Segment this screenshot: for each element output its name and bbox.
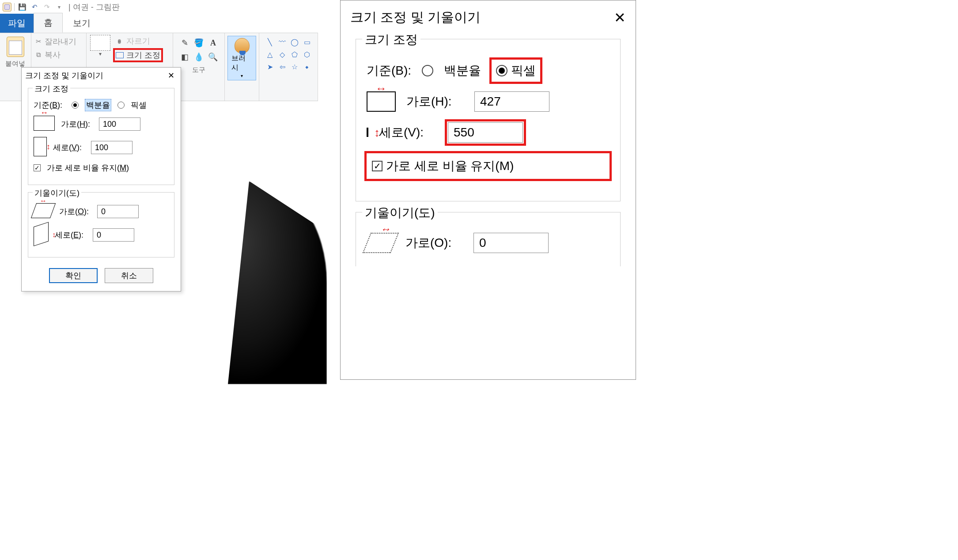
- basis-label-large: 기준(B):: [367, 62, 411, 79]
- shape-arrowr-icon[interactable]: ➤: [265, 61, 275, 72]
- vlabel-large: 세로(V):: [379, 124, 436, 141]
- vertical-input-large[interactable]: [448, 122, 523, 143]
- skew-hlabel: 가로(O):: [59, 206, 91, 217]
- ribbon-tabs: 파일 홈 보기: [0, 14, 318, 33]
- dialog-title: 크기 조정 및 기울이기: [25, 70, 103, 81]
- vertical-icon-large: [367, 128, 368, 137]
- radio-pixel-large[interactable]: [496, 65, 507, 76]
- separator: [14, 3, 15, 11]
- resize-legend-large: 크기 조정: [362, 31, 420, 48]
- crop-button[interactable]: ⧯자르기: [114, 35, 162, 47]
- radio-percent[interactable]: [72, 102, 79, 109]
- copy-icon: ⧉: [35, 51, 43, 59]
- brush-button[interactable]: 브러시 ▾: [227, 36, 256, 80]
- tab-home[interactable]: 홈: [34, 13, 63, 33]
- resize-skew-dialog-large: 크기 조정 및 기울이기 ✕ 크기 조정 기준(B): 백분율 픽셀 가로(H)…: [340, 0, 636, 380]
- shape-star-icon[interactable]: ☆: [289, 61, 300, 72]
- resize-fieldset-large: 크기 조정 기준(B): 백분율 픽셀 가로(H): ↕: [356, 39, 621, 201]
- radio-pixel-label-large[interactable]: 픽셀: [511, 62, 536, 79]
- resize-button[interactable]: 크기 조정: [114, 49, 162, 61]
- horizontal-input-large[interactable]: [474, 91, 549, 112]
- eraser-icon[interactable]: ◧: [178, 51, 191, 63]
- pencil-icon[interactable]: ✎: [178, 37, 191, 49]
- shape-hexagon-icon[interactable]: ⬡: [302, 49, 312, 60]
- resize-legend: 크기 조정: [33, 83, 70, 94]
- radio-percent-label-large[interactable]: 백분율: [444, 62, 481, 79]
- shape-arrowl-icon[interactable]: ⇦: [277, 61, 288, 72]
- skew-h-input-large[interactable]: [473, 233, 549, 253]
- skew-v-icon: [34, 222, 49, 246]
- horizontal-input[interactable]: [99, 117, 140, 131]
- window-title: | 여권 - 그림판: [68, 2, 120, 12]
- shape-triangle-icon[interactable]: △: [265, 49, 275, 60]
- copy-button[interactable]: ⧉복사: [35, 48, 83, 61]
- shape-pentagon-icon[interactable]: ⬠: [289, 49, 300, 60]
- horizontal-icon: [34, 116, 55, 131]
- skew-v-input[interactable]: [93, 228, 134, 242]
- tools-label: 도구: [177, 65, 221, 74]
- radio-percent-large[interactable]: [422, 65, 433, 76]
- skew-fieldset-large: 기울이기(도) 가로(O):: [356, 212, 621, 266]
- dialog-title-large: 크기 조정 및 기울이기: [350, 8, 481, 26]
- save-icon[interactable]: 💾: [17, 2, 27, 12]
- skew-h-icon: [31, 203, 56, 218]
- resize-fieldset: 크기 조정 기준(B): 백분율 픽셀 가로(H): 세로(V):: [28, 88, 174, 185]
- vlabel: 세로(V):: [53, 142, 85, 153]
- pixel-highlight-box: 픽셀: [492, 60, 540, 82]
- basis-label: 기준(B):: [34, 100, 65, 110]
- shape-rect-icon[interactable]: ▭: [302, 37, 312, 47]
- shape-oval-icon[interactable]: ◯: [289, 37, 300, 47]
- fill-icon[interactable]: 🪣: [193, 37, 205, 49]
- scissors-icon: ✂: [35, 38, 43, 45]
- horizontal-icon-large: [367, 91, 396, 112]
- resize-skew-dialog-small: 크기 조정 및 기울이기 ✕ 크기 조정 기준(B): 백분율 픽셀 가로(H)…: [21, 67, 181, 291]
- canvas-image: [186, 181, 327, 384]
- vval-highlight-box: [447, 121, 524, 144]
- redo-icon[interactable]: ↷: [42, 2, 52, 12]
- brush-icon: [235, 38, 250, 53]
- skew-h-input[interactable]: [97, 205, 139, 218]
- shape-line-icon[interactable]: ╲: [265, 37, 275, 47]
- aspect-checkbox[interactable]: [34, 164, 41, 171]
- ribbon-group-brush: 브러시 ▾: [225, 33, 259, 101]
- hlabel: 가로(H):: [61, 119, 93, 129]
- radio-pixel-label[interactable]: 픽셀: [131, 100, 147, 110]
- aspect-label-large: 가로 세로 비율 유지(M): [386, 158, 514, 174]
- paste-icon[interactable]: [7, 37, 24, 57]
- aspect-label: 가로 세로 비율 유지(M): [47, 163, 129, 173]
- ok-button[interactable]: 확인: [49, 268, 98, 283]
- select-drop[interactable]: ▾: [99, 51, 102, 57]
- aspect-checkbox-large[interactable]: [372, 161, 382, 171]
- shape-callout-icon[interactable]: ⬥: [302, 61, 312, 72]
- select-icon[interactable]: [90, 35, 110, 51]
- hlabel-large: 가로(H):: [406, 93, 464, 110]
- cancel-button[interactable]: 취소: [105, 268, 153, 283]
- eyedropper-icon[interactable]: 💧: [193, 51, 205, 63]
- radio-pixel[interactable]: [117, 102, 125, 109]
- skew-hlabel-large: 가로(O):: [405, 235, 463, 251]
- skew-h-icon-large: [363, 233, 399, 253]
- resize-icon: [116, 52, 124, 58]
- aspect-highlight-box: 가로 세로 비율 유지(M): [367, 153, 610, 179]
- paste-label: 붙여넣: [4, 59, 27, 68]
- close-button-large[interactable]: ✕: [614, 9, 626, 26]
- vertical-input[interactable]: [91, 141, 133, 154]
- shape-curve-icon[interactable]: 〰: [277, 37, 288, 47]
- tab-view[interactable]: 보기: [63, 13, 101, 33]
- skew-legend-large: 기울이기(도): [362, 204, 438, 221]
- shape-diamond-icon[interactable]: ◇: [277, 49, 288, 60]
- vertical-icon: [34, 137, 47, 156]
- titlebar: 💾 ↶ ↷ ▾ | 여권 - 그림판: [0, 0, 318, 14]
- arrow-v-icon: ↕: [374, 126, 380, 140]
- text-icon[interactable]: A: [207, 37, 219, 49]
- tab-file[interactable]: 파일: [0, 14, 34, 33]
- skew-vlabel: 세로(E):: [55, 230, 87, 240]
- cut-button[interactable]: ✂잘라내기: [35, 35, 83, 48]
- qat-more-icon[interactable]: ▾: [54, 2, 64, 12]
- magnifier-icon[interactable]: 🔍: [207, 51, 219, 63]
- close-button[interactable]: ✕: [165, 71, 177, 80]
- radio-percent-label[interactable]: 백분율: [85, 99, 111, 111]
- undo-icon[interactable]: ↶: [30, 2, 39, 12]
- ribbon-group-shapes: ╲ 〰 ◯ ▭ △ ◇ ⬠ ⬡ ➤ ⇦ ☆ ⬥: [259, 33, 318, 101]
- paint-window: 💾 ↶ ↷ ▾ | 여권 - 그림판 파일 홈 보기 붙여넣 ✂잘라내기 ⧉복사…: [0, 0, 318, 560]
